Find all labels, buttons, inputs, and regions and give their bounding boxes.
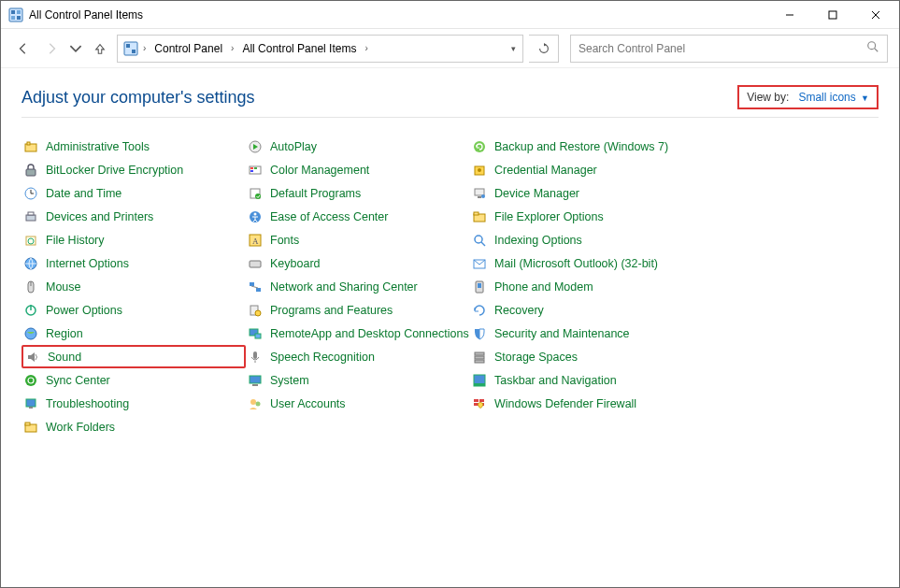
cp-item-ease-of-access-center[interactable]: Ease of Access Center [246, 205, 470, 228]
storage-spaces-icon [472, 350, 487, 365]
breadcrumb-current[interactable]: All Control Panel Items [238, 40, 360, 57]
cp-item-work-folders[interactable]: Work Folders [21, 415, 246, 438]
cp-item-label: Security and Maintenance [494, 327, 630, 340]
close-button[interactable] [854, 1, 897, 28]
svg-rect-38 [254, 167, 257, 169]
cp-item-label: Programs and Features [270, 304, 393, 317]
mail-microsoft-outlook-32-bit-icon [472, 256, 487, 271]
cp-item-storage-spaces[interactable]: Storage Spaces [470, 345, 694, 368]
svg-line-51 [251, 286, 258, 288]
cp-item-fonts[interactable]: AFonts [246, 228, 470, 251]
color-management-icon [248, 163, 263, 178]
credential-manager-icon [472, 163, 487, 178]
cp-item-label: Internet Options [46, 257, 129, 270]
cp-item-label: Date and Time [46, 187, 121, 200]
view-by-selector[interactable]: View by: Small icons ▼ [737, 85, 879, 109]
devices-and-printers-icon [23, 209, 38, 224]
svg-rect-56 [253, 351, 257, 359]
chevron-right-icon[interactable]: › [230, 43, 235, 53]
svg-rect-79 [474, 383, 485, 386]
svg-rect-16 [26, 169, 36, 176]
cp-item-label: Power Options [46, 304, 122, 317]
svg-rect-77 [475, 360, 484, 363]
maximize-button[interactable] [811, 1, 854, 28]
cp-item-indexing-options[interactable]: Indexing Options [470, 228, 694, 251]
cp-item-color-management[interactable]: Color Management [246, 158, 470, 181]
network-and-sharing-center-icon [248, 280, 263, 294]
cp-item-programs-and-features[interactable]: Programs and Features [246, 298, 470, 322]
chevron-right-icon[interactable]: › [142, 43, 147, 53]
cp-item-bitlocker-drive-encryption[interactable]: BitLocker Drive Encryption [21, 158, 246, 181]
cp-item-network-and-sharing-center[interactable]: Network and Sharing Center [246, 275, 470, 298]
cp-item-region[interactable]: Region [21, 322, 246, 345]
mouse-icon [23, 280, 38, 294]
cp-item-label: Devices and Printers [46, 210, 153, 223]
cp-item-file-history[interactable]: File History [21, 228, 246, 251]
cp-item-power-options[interactable]: Power Options [21, 298, 246, 322]
cp-item-remoteapp-and-desktop-connections[interactable]: RemoteApp and Desktop Connections [246, 322, 470, 345]
chevron-right-icon[interactable]: › [364, 43, 368, 53]
forward-button[interactable] [40, 37, 63, 60]
cp-item-windows-defender-firewall[interactable]: Windows Defender Firewall [470, 392, 694, 415]
svg-rect-55 [255, 334, 261, 338]
cp-item-mouse[interactable]: Mouse [21, 275, 246, 298]
minimize-button[interactable] [768, 1, 811, 28]
cp-item-label: Indexing Options [494, 234, 582, 247]
titlebar: All Control Panel Items [1, 1, 899, 29]
cp-item-file-explorer-options[interactable]: File Explorer Options [470, 205, 694, 228]
search-input[interactable]: Search Control Panel [570, 35, 888, 63]
region-icon [23, 326, 38, 341]
refresh-button[interactable] [529, 35, 559, 63]
remoteapp-and-desktop-connections-icon [248, 326, 263, 341]
svg-rect-75 [475, 352, 484, 355]
cp-item-administrative-tools[interactable]: Administrative Tools [21, 135, 246, 158]
cp-item-taskbar-and-navigation[interactable]: Taskbar and Navigation [470, 368, 694, 392]
cp-item-keyboard[interactable]: Keyboard [246, 251, 470, 275]
svg-point-53 [255, 310, 261, 316]
cp-item-sync-center[interactable]: Sync Center [21, 368, 246, 392]
cp-item-date-and-time[interactable]: Date and Time [21, 181, 246, 205]
cp-item-label: Administrative Tools [46, 140, 150, 153]
address-dropdown-icon[interactable]: ▾ [510, 44, 517, 53]
cp-item-label: Speech Recognition [270, 351, 375, 364]
cp-item-user-accounts[interactable]: User Accounts [246, 392, 470, 415]
cp-item-troubleshooting[interactable]: Troubleshooting [21, 392, 246, 415]
internet-options-icon [23, 256, 38, 271]
cp-item-autoplay[interactable]: AutoPlay [246, 135, 470, 158]
cp-item-backup-and-restore-windows-7[interactable]: Backup and Restore (Windows 7) [470, 135, 694, 158]
phone-and-modem-icon [472, 280, 487, 294]
svg-rect-10 [126, 44, 130, 48]
cp-item-security-and-maintenance[interactable]: Security and Maintenance [470, 322, 694, 345]
svg-rect-4 [17, 16, 21, 20]
cp-item-default-programs[interactable]: Default Programs [246, 181, 470, 205]
cp-item-label: Recovery [494, 304, 544, 317]
cp-item-devices-and-printers[interactable]: Devices and Printers [21, 205, 246, 228]
work-folders-icon [23, 420, 38, 435]
address-bar-row: › Control Panel › All Control Panel Item… [1, 29, 899, 68]
search-placeholder: Search Control Panel [579, 42, 866, 55]
cp-item-label: Troubleshooting [46, 397, 129, 410]
svg-line-13 [875, 49, 879, 52]
svg-rect-49 [250, 282, 254, 286]
back-button[interactable] [12, 37, 35, 60]
up-button[interactable] [89, 37, 111, 60]
svg-rect-6 [829, 11, 836, 19]
svg-rect-37 [250, 167, 253, 169]
cp-item-phone-and-modem[interactable]: Phone and Modem [470, 275, 694, 298]
recent-locations-dropdown[interactable] [68, 37, 83, 60]
cp-item-speech-recognition[interactable]: Speech Recognition [246, 345, 470, 368]
sync-center-icon [23, 373, 38, 388]
address-bar[interactable]: › Control Panel › All Control Panel Item… [117, 35, 523, 63]
cp-item-recovery[interactable]: Recovery [470, 298, 694, 322]
breadcrumb-root[interactable]: Control Panel [150, 40, 226, 57]
svg-rect-11 [132, 50, 136, 53]
cp-item-mail-microsoft-outlook-32-bit[interactable]: Mail (Microsoft Outlook) (32-bit) [470, 251, 694, 275]
cp-item-internet-options[interactable]: Internet Options [21, 251, 246, 275]
cp-item-device-manager[interactable]: Device Manager [470, 181, 694, 205]
cp-item-sound[interactable]: Sound [21, 345, 246, 368]
cp-item-credential-manager[interactable]: Credential Manager [470, 158, 694, 181]
control-panel-icon [8, 7, 23, 22]
cp-item-system[interactable]: System [246, 368, 470, 392]
view-by-label: View by: [747, 91, 789, 104]
svg-rect-32 [29, 407, 33, 409]
